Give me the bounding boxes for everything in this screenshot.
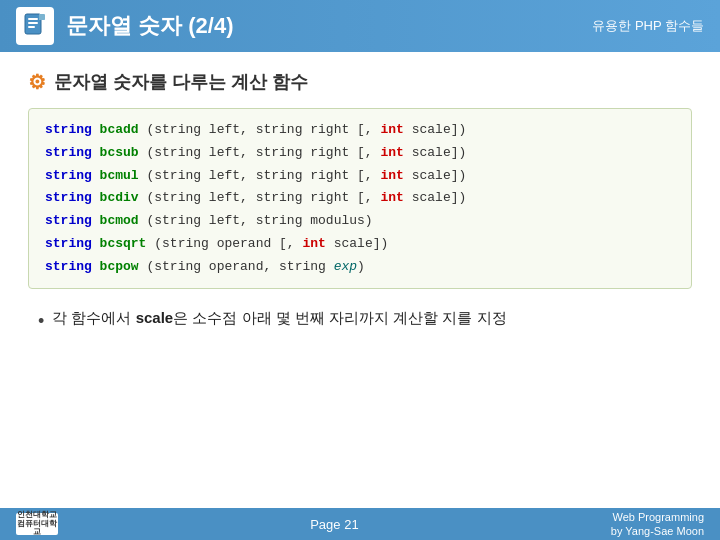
bullet-dot: • — [38, 308, 44, 335]
code-func-5: bcmod — [92, 210, 147, 233]
main-content: ⚙ 문자열 숫자를 다루는 계산 함수 string bcadd (string… — [0, 52, 720, 345]
header-icon — [16, 7, 54, 45]
svg-rect-2 — [28, 22, 38, 24]
code-func-4: bcdiv — [92, 187, 147, 210]
code-func-7: bcpow — [92, 256, 147, 279]
svg-rect-1 — [28, 18, 38, 20]
code-line-4: string bcdiv (string left, string right … — [45, 187, 675, 210]
footer-page: Page 21 — [310, 517, 358, 532]
footer-credit: Web Programming by Yang-Sae Moon — [611, 510, 704, 539]
code-kw-string-4: string — [45, 187, 92, 210]
code-func-2: bcsub — [92, 142, 147, 165]
code-int-2: int — [380, 142, 403, 165]
document-icon — [21, 12, 49, 40]
code-func-3: bcmul — [92, 165, 147, 188]
bullet-text-before: 각 함수에서 — [52, 309, 135, 326]
code-line-6: string bcsqrt (string operand [, int sca… — [45, 233, 675, 256]
code-params-6: (string operand [, — [154, 233, 302, 256]
section-icon: ⚙ — [28, 70, 46, 94]
footer: 인천대학교컴퓨터대학교 Page 21 Web Programming by Y… — [0, 508, 720, 540]
code-func-1: bcadd — [92, 119, 147, 142]
bullet-section: • 각 함수에서 scale은 소수점 아래 몇 번째 자리까지 계산할 지를 … — [28, 307, 692, 335]
code-scale-6: scale]) — [326, 233, 388, 256]
code-kw-string-1: string — [45, 119, 92, 142]
header: 문자열 숫자 (2/4) 유용한 PHP 함수들 — [0, 0, 720, 52]
bullet-bold: scale — [136, 309, 174, 326]
code-params-3: (string left, string right [, — [146, 165, 380, 188]
code-int-4: int — [380, 187, 403, 210]
code-scale-1: scale]) — [404, 119, 466, 142]
svg-rect-5 — [39, 14, 45, 20]
code-int-3: int — [380, 165, 403, 188]
code-kw-string-2: string — [45, 142, 92, 165]
code-params-5: (string left, string modulus) — [146, 210, 372, 233]
svg-rect-3 — [28, 26, 35, 28]
code-int-6: int — [302, 233, 325, 256]
footer-logo-text: 인천대학교컴퓨터대학교 — [17, 511, 57, 537]
code-params-1: (string left, string right [, — [146, 119, 380, 142]
section-title: ⚙ 문자열 숫자를 다루는 계산 함수 — [28, 70, 692, 94]
code-paren-7: ) — [357, 256, 365, 279]
footer-logo: 인천대학교컴퓨터대학교 — [16, 513, 58, 535]
code-box: string bcadd (string left, string right … — [28, 108, 692, 289]
code-line-5: string bcmod (string left, string modulu… — [45, 210, 675, 233]
bullet-item-1: • 각 함수에서 scale은 소수점 아래 몇 번째 자리까지 계산할 지를 … — [38, 307, 692, 335]
code-params-7: (string operand, string — [146, 256, 333, 279]
code-exp-7: exp — [334, 256, 357, 279]
page-title: 문자열 숫자 (2/4) — [66, 11, 233, 41]
bullet-text: 각 함수에서 scale은 소수점 아래 몇 번째 자리까지 계산할 지를 지정 — [52, 307, 506, 330]
footer-credit-line2: by Yang-Sae Moon — [611, 524, 704, 538]
bullet-text-after: 은 소수점 아래 몇 번째 자리까지 계산할 지를 지정 — [173, 309, 506, 326]
code-params-2: (string left, string right [, — [146, 142, 380, 165]
code-func-6: bcsqrt — [92, 233, 154, 256]
code-scale-3: scale]) — [404, 165, 466, 188]
code-kw-string-7: string — [45, 256, 92, 279]
code-scale-4: scale]) — [404, 187, 466, 210]
code-scale-2: scale]) — [404, 142, 466, 165]
code-line-3: string bcmul (string left, string right … — [45, 165, 675, 188]
code-line-7: string bcpow (string operand, string exp… — [45, 256, 675, 279]
code-kw-string-3: string — [45, 165, 92, 188]
code-int-1: int — [380, 119, 403, 142]
footer-credit-line1: Web Programming — [611, 510, 704, 524]
code-params-4: (string left, string right [, — [146, 187, 380, 210]
code-kw-string-6: string — [45, 233, 92, 256]
code-line-1: string bcadd (string left, string right … — [45, 119, 675, 142]
code-line-2: string bcsub (string left, string right … — [45, 142, 675, 165]
code-kw-string-5: string — [45, 210, 92, 233]
header-subtitle: 유용한 PHP 함수들 — [592, 17, 704, 35]
section-title-text: 문자열 숫자를 다루는 계산 함수 — [54, 70, 308, 94]
footer-logo-image: 인천대학교컴퓨터대학교 — [16, 513, 58, 535]
